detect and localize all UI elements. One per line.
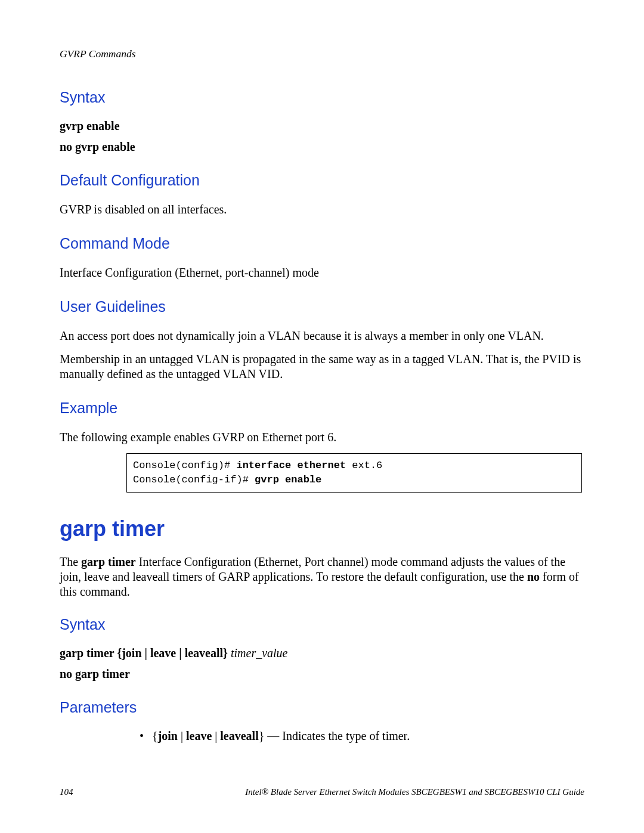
keyword: leaveall — [185, 646, 223, 659]
brace: } — [223, 646, 228, 659]
brace: } — [259, 729, 265, 742]
text-bold: garp timer — [60, 646, 117, 659]
paragraph: An access port does not dynamically join… — [60, 329, 584, 343]
keyword: leave — [150, 646, 176, 659]
code-arg: ext.6 — [352, 460, 382, 471]
bullet-icon: • — [140, 729, 144, 743]
text: Interface Configuration (Ethernet, Port … — [60, 555, 565, 583]
heading-parameters: Parameters — [60, 699, 584, 716]
separator: | — [212, 729, 220, 742]
code-block: Console(config)# interface ethernet ext.… — [126, 453, 582, 493]
heading-syntax: Syntax — [60, 616, 584, 633]
heading-example: Example — [60, 400, 584, 417]
code-prompt: Console(config)# — [133, 460, 236, 471]
syntax-line: gvrp enable — [60, 119, 584, 133]
list-item: • {join | leave | leaveall} — Indicates … — [140, 729, 584, 743]
code-command: interface ethernet — [236, 460, 352, 471]
code-prompt: Console(config-if)# — [133, 474, 255, 485]
keyword: join — [122, 646, 141, 659]
heading-default-configuration: Default Configuration — [60, 172, 584, 189]
footer-title: Intel® Blade Server Ethernet Switch Modu… — [245, 787, 584, 797]
page-footer: 104 Intel® Blade Server Ethernet Switch … — [60, 787, 584, 797]
list-text: {join | leave | leaveall} — Indicates th… — [152, 729, 410, 743]
separator: | — [178, 729, 186, 742]
syntax-line: no gvrp enable — [60, 140, 584, 154]
syntax-line: garp timer {join | leave | leaveall} tim… — [60, 646, 584, 660]
running-header: GVRP Commands — [60, 48, 584, 60]
keyword: leaveall — [220, 729, 258, 742]
syntax-line: no garp timer — [60, 667, 584, 681]
text-bold: garp timer — [81, 555, 136, 568]
paragraph: The following example enables GVRP on Et… — [60, 430, 584, 445]
argument: timer_value — [228, 646, 288, 659]
brace: { — [152, 729, 158, 742]
brace: { — [117, 646, 122, 659]
heading-user-guidelines: User Guidelines — [60, 298, 584, 315]
heading-command-mode: Command Mode — [60, 235, 584, 252]
paragraph: Membership in an untagged VLAN is propag… — [60, 352, 584, 382]
heading-syntax: Syntax — [60, 89, 584, 106]
text-bold: no — [527, 570, 540, 583]
keyword: join — [158, 729, 178, 742]
text: — Indicates the type of timer. — [264, 729, 410, 742]
keyword: leave — [186, 729, 212, 742]
text: The — [60, 555, 81, 568]
separator: | — [142, 646, 150, 659]
separator: | — [176, 646, 184, 659]
page-number: 104 — [60, 787, 73, 797]
command-title: garp timer — [60, 516, 584, 541]
code-command: gvrp enable — [255, 474, 321, 485]
command-description: The garp timer Interface Configuration (… — [60, 555, 584, 599]
paragraph: GVRP is disabled on all interfaces. — [60, 202, 584, 217]
paragraph: Interface Configuration (Ethernet, port-… — [60, 265, 584, 280]
